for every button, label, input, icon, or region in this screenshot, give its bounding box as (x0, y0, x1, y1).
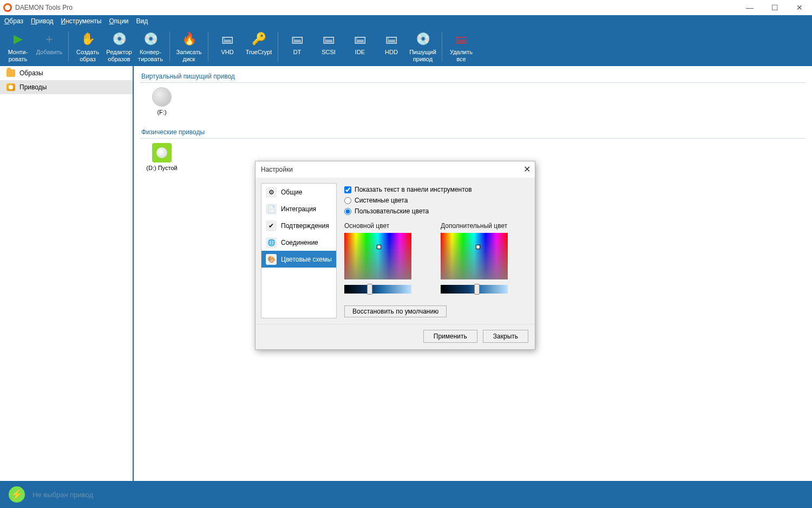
color-schemes-icon: 🎨 (266, 254, 277, 265)
image-editor-icon: 💿 (110, 30, 128, 48)
settings-nav-label: Общие (281, 188, 302, 196)
titlebar: DAEMON Tools Pro — ☐ ✕ (0, 0, 812, 15)
menubar: ОбразПриводИнструментыОпцииВид (0, 15, 812, 27)
show-toolbar-text-input[interactable] (344, 186, 351, 193)
toolbar-divider (208, 31, 208, 61)
secondary-color-picker: Дополнительный цвет (441, 222, 527, 294)
burn-label: Записать диск (176, 49, 201, 62)
restore-defaults-button[interactable]: Восстановить по умолчанию (344, 305, 447, 317)
menu-образ[interactable]: Образ (4, 17, 23, 25)
vhd-label: VHD (221, 49, 233, 56)
virtual-drive-item[interactable]: (F:) (140, 87, 184, 115)
menu-привод[interactable]: Привод (31, 17, 54, 25)
primary-color-picker: Основной цвет (344, 222, 431, 294)
custom-colors-input[interactable] (344, 208, 351, 215)
toolbar-ide[interactable]: 🖴IDE (344, 29, 376, 63)
hdd-icon: 🖴 (383, 30, 400, 48)
color-marker[interactable] (476, 245, 480, 249)
toolbar-hdd[interactable]: 🖴HDD (376, 29, 407, 63)
close-dialog-button[interactable]: Закрыть (483, 330, 528, 343)
physical-drive-item[interactable]: (D:) Пустой (140, 143, 184, 171)
settings-nav-label: Интеграция (281, 205, 316, 213)
secondary-color-field[interactable] (441, 233, 508, 279)
toolbar-scsi[interactable]: 🖴SCSI (313, 29, 344, 63)
apply-button[interactable]: Применить (423, 330, 477, 343)
ide-icon: 🖴 (351, 30, 369, 48)
status-text: Не выбран привод (32, 491, 93, 499)
slider-thumb[interactable] (367, 284, 372, 295)
settings-nav-color-schemes[interactable]: 🎨Цветовые схемы (261, 251, 336, 268)
toolbar-vhd[interactable]: 🖴VHD (212, 29, 243, 57)
primary-color-slider[interactable] (344, 285, 411, 294)
burn-icon: 🔥 (180, 30, 198, 48)
toolbar: ▶Монти- ровать＋Добавить✋Создать образ💿Ре… (0, 27, 812, 67)
show-toolbar-text-label: Показать текст в панели инструментов (355, 186, 472, 193)
vhd-icon: 🖴 (219, 30, 236, 48)
folder-icon (6, 69, 15, 77)
menu-вид[interactable]: Вид (136, 17, 148, 25)
convert-label: Конвер- тировать (138, 49, 163, 62)
disc-icon (152, 143, 172, 162)
toolbar-delete-all[interactable]: 🖴Удалить все (446, 29, 477, 63)
custom-colors-radio[interactable]: Пользовательские цвета (344, 206, 527, 217)
settings-nav-label: Цветовые схемы (281, 256, 332, 263)
toolbar-divider (169, 31, 170, 61)
menu-инструменты[interactable]: Инструменты (61, 17, 102, 25)
bolt-icon: ⚡ (9, 486, 25, 503)
scsi-icon: 🖴 (320, 30, 337, 48)
toolbar-truecrypt[interactable]: 🔑TrueCrypt (243, 29, 274, 57)
menu-опции[interactable]: Опции (109, 17, 128, 25)
settings-nav-label: Соединение (281, 239, 318, 246)
minimize-button[interactable]: — (737, 0, 762, 15)
sidebar-item-images[interactable]: Образы (0, 66, 133, 80)
window-buttons: — ☐ ✕ (737, 0, 812, 15)
app-title: DAEMON Tools Pro (15, 4, 73, 11)
system-colors-radio[interactable]: Системные цвета (344, 195, 527, 206)
toolbar-create-image[interactable]: ✋Создать образ (72, 29, 103, 63)
add-label: Добавить (36, 49, 63, 56)
sidebar: ОбразыПриводы (0, 66, 134, 481)
toolbar-mount[interactable]: ▶Монти- ровать (2, 29, 34, 63)
sidebar-item-label: Образы (19, 69, 43, 77)
dialog-content: Показать текст в панели инструментов Сис… (342, 183, 529, 318)
toolbar-divider (278, 31, 278, 61)
toolbar-image-editor[interactable]: 💿Редактор образов (103, 29, 135, 63)
settings-nav-confirmations[interactable]: ✔Подтверждения (261, 217, 336, 234)
image-editor-label: Редактор образов (106, 49, 132, 62)
truecrypt-icon: 🔑 (250, 30, 267, 48)
section-virtual-writer: Виртуальный пишущий привод (140, 69, 806, 83)
ide-label: IDE (355, 49, 365, 56)
slider-thumb[interactable] (474, 284, 480, 295)
toolbar-writer[interactable]: 💿Пишущий привод (407, 29, 438, 63)
secondary-color-slider[interactable] (441, 285, 508, 294)
section-physical-drives: Физические приводы (140, 125, 806, 139)
dialog-footer: Применить Закрыть (256, 324, 535, 349)
dialog-close-button[interactable]: ✕ (523, 164, 531, 174)
toolbar-convert[interactable]: 💿Конвер- тировать (135, 29, 166, 63)
physical-drive-label: (D:) Пустой (146, 165, 177, 171)
dt-label: DT (293, 49, 302, 56)
settings-nav-connection[interactable]: 🌐Соединение (261, 234, 336, 251)
toolbar-divider (442, 31, 442, 61)
dialog-nav: ⚙Общие📄Интеграция✔Подтверждения🌐Соединен… (261, 183, 337, 318)
delete-all-icon: 🖴 (453, 30, 470, 48)
settings-dialog: Настройки ✕ ⚙Общие📄Интеграция✔Подтвержде… (255, 161, 535, 350)
system-colors-input[interactable] (344, 197, 351, 204)
app-icon (3, 3, 12, 12)
virtual-drive-label: (F:) (157, 109, 166, 115)
maximize-button[interactable]: ☐ (762, 0, 787, 15)
create-image-label: Создать образ (76, 49, 99, 62)
color-marker[interactable] (377, 245, 381, 249)
toolbar-burn[interactable]: 🔥Записать диск (173, 29, 205, 63)
primary-color-field[interactable] (344, 233, 411, 279)
settings-nav-integration[interactable]: 📄Интеграция (261, 200, 336, 217)
sidebar-item-drives[interactable]: Приводы (0, 80, 133, 94)
dialog-titlebar: Настройки ✕ (256, 161, 535, 178)
secondary-color-label: Дополнительный цвет (441, 222, 527, 230)
close-button[interactable]: ✕ (787, 0, 812, 15)
statusbar: ⚡ Не выбран привод (0, 481, 812, 508)
disc-icon (6, 83, 15, 91)
settings-nav-general[interactable]: ⚙Общие (261, 184, 336, 200)
toolbar-dt[interactable]: 🖴DT (281, 29, 313, 63)
show-toolbar-text-checkbox[interactable]: Показать текст в панели инструментов (344, 184, 527, 195)
